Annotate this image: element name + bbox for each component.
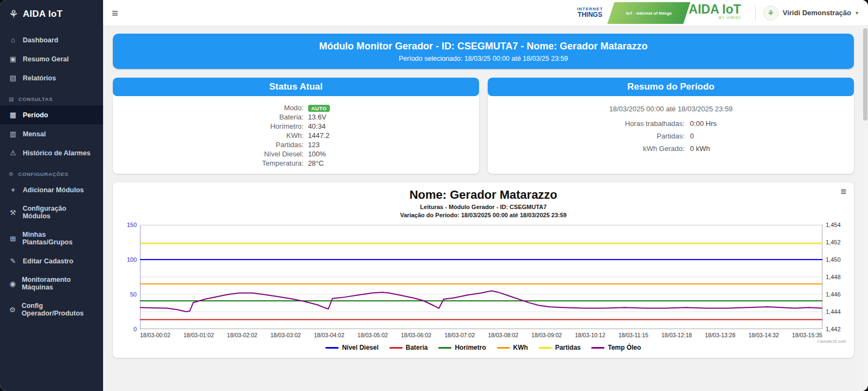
legend-swatch bbox=[326, 347, 339, 349]
status-label: Bateria: bbox=[262, 113, 304, 121]
x-tick: 18/03-00:02 bbox=[140, 332, 170, 338]
legend-swatch bbox=[539, 347, 552, 349]
operator-gear-icon: ⚙ bbox=[9, 306, 16, 314]
right-tick: 1,454 bbox=[826, 222, 841, 228]
x-tick: 18/03-09:02 bbox=[532, 332, 562, 338]
sidebar-item-periodo[interactable]: ▦ Período bbox=[0, 105, 103, 124]
legend-bateria[interactable]: Bateria bbox=[390, 344, 428, 351]
x-tick: 18/03-05:02 bbox=[358, 332, 388, 338]
status-label: Modo: bbox=[262, 104, 304, 112]
scrollbar-thumb[interactable] bbox=[863, 28, 867, 121]
gear-icon: ⚙ bbox=[9, 171, 14, 177]
period-range: 18/03/2025 00:00 até 18/03/2025 23:59 bbox=[488, 105, 854, 113]
chart-subtitle-2: Variação do Período: 18/03/2025 00:00 at… bbox=[122, 212, 845, 218]
sidebar-item-mensal[interactable]: ▥ Mensal bbox=[0, 124, 103, 143]
status-card-title: Status Atual bbox=[113, 78, 479, 96]
wordcloud-line2: THINGS bbox=[565, 11, 615, 18]
sidebar-item-config-operador-produtos[interactable]: ⚙ Config Operador/Produtos bbox=[0, 297, 103, 323]
left-tick: 50 bbox=[130, 291, 137, 298]
reports-icon: ▤ bbox=[9, 74, 17, 82]
x-tick: 18/03-13:28 bbox=[705, 332, 735, 338]
chart-svg bbox=[140, 225, 822, 329]
hamburger-menu-icon[interactable]: ≡ bbox=[112, 8, 118, 18]
sidebar-item-configuracao-modulos[interactable]: ⚒ Configuração Módulos bbox=[0, 199, 103, 225]
sidebar-section-label: CONSULTAS bbox=[18, 96, 53, 102]
summary-cards-row: Status Atual Modo: AUTO Bateria: 13.6V H… bbox=[113, 78, 854, 174]
chart-subtitle-1: Leituras - Módulo Gerador - ID: CSEGMUTA… bbox=[122, 204, 845, 210]
period-summary-card: Resumo do Período 18/03/2025 00:00 até 1… bbox=[488, 78, 854, 174]
sidebar-item-label: Resumo Geral bbox=[23, 55, 69, 63]
x-axis-labels: 18/03-00:02 18/03-01:02 18/03-02:02 18/0… bbox=[140, 332, 822, 338]
x-tick: 18/03-04:02 bbox=[314, 332, 344, 338]
x-tick: 18/03-06:02 bbox=[401, 332, 431, 338]
header-brand-title: AIDA IoT bbox=[689, 3, 741, 16]
x-tick: 18/03-15:35 bbox=[792, 332, 822, 338]
module-banner-subtitle: Período selecionado: 18/03/25 00:00 até … bbox=[118, 55, 848, 62]
sidebar-item-minhas-plantas-grupos[interactable]: ⊞ Minhas Plantas/Grupos bbox=[0, 225, 103, 251]
sidebar-item-adicionar-modulos[interactable]: + Adicionar Módulos bbox=[0, 180, 103, 199]
right-axis: 1,454 1,452 1,450 1,448 1,446 1,444 1,44… bbox=[822, 225, 845, 329]
legend-label: KWh bbox=[513, 344, 528, 351]
legend-temp-oleo[interactable]: Temp Óleo bbox=[591, 344, 641, 351]
sidebar-nav: ⌂ Dashboard ▣ Resumo Geral ▤ Relatórios … bbox=[0, 30, 103, 323]
chart-icon: ▨ bbox=[9, 96, 14, 102]
sidebar-item-monitoramento-maquinas[interactable]: ◉ Monitoramento Máquinas bbox=[0, 270, 103, 297]
status-value: 123 bbox=[308, 141, 330, 149]
summary-label: kWh Gerado: bbox=[625, 144, 685, 153]
right-tick: 1,450 bbox=[826, 256, 841, 263]
right-tick: 1,448 bbox=[826, 274, 841, 280]
x-tick: 18/03-14:32 bbox=[749, 332, 779, 338]
module-banner: Módulo Monitor Gerador - ID: CSEGMUTA7 -… bbox=[113, 34, 854, 69]
sidebar-item-historico-alarmes[interactable]: ⚠ Histórico de Alarmes bbox=[0, 143, 103, 162]
header-brand: AIDA IoT BY VIRIDI bbox=[682, 2, 748, 24]
status-mode-badge: AUTO bbox=[308, 104, 330, 112]
edit-icon: ✎ bbox=[9, 257, 17, 265]
left-tick: 0 bbox=[133, 326, 137, 332]
calendar-month-icon: ▥ bbox=[9, 130, 17, 138]
plant-logo-icon: ⚘ bbox=[9, 8, 18, 21]
x-tick: 18/03-03:02 bbox=[271, 332, 301, 338]
sidebar-item-relatorios[interactable]: ▤ Relatórios bbox=[0, 68, 103, 87]
header-brand-subtitle: BY VIRIDI bbox=[689, 16, 741, 20]
x-tick: 18/03-02:02 bbox=[227, 332, 257, 338]
user-menu[interactable]: ⚘ Viridi Demonstração ▾ bbox=[763, 5, 858, 21]
sidebar-item-dashboard[interactable]: ⌂ Dashboard bbox=[0, 30, 103, 49]
legend-swatch bbox=[497, 347, 510, 349]
right-tick: 1,442 bbox=[826, 326, 841, 332]
x-tick: 18/03-01:02 bbox=[183, 332, 214, 338]
content-scroll: Módulo Monitor Gerador - ID: CSEGMUTA7 -… bbox=[103, 26, 868, 391]
sidebar-item-label: Relatórios bbox=[23, 74, 56, 82]
summary-value: 0 kWh bbox=[690, 144, 717, 153]
canvasjs-watermark[interactable]: CanvasJS.com bbox=[817, 339, 846, 344]
chart-menu-icon[interactable]: ≡ bbox=[840, 187, 846, 197]
sidebar-section-consultas: ▨ CONSULTAS bbox=[0, 87, 103, 105]
sidebar-item-label: Histórico de Alarmes bbox=[23, 149, 91, 157]
chart-card: ≡ Nome: Gerador Matarazzo Leituras - Mód… bbox=[113, 182, 854, 358]
legend-horimetro[interactable]: Horímetro bbox=[438, 344, 486, 351]
status-value: 13.6V bbox=[308, 113, 330, 121]
summary-value: 0:00 Hrs bbox=[690, 119, 717, 128]
chart-plot[interactable] bbox=[140, 225, 822, 329]
status-value: 1447.2 bbox=[308, 131, 330, 140]
status-label: Horímetro: bbox=[262, 122, 304, 130]
legend-nivel-diesel[interactable]: Nível Diesel bbox=[326, 344, 378, 351]
overview-icon: ▣ bbox=[9, 55, 17, 63]
sidebar-item-editar-cadastro[interactable]: ✎ Editar Cadastro bbox=[0, 251, 103, 270]
sidebar-item-label: Monitoramento Máquinas bbox=[22, 276, 94, 291]
legend-kwh[interactable]: KWh bbox=[497, 344, 528, 351]
main-area: ≡ INTERNET THINGS IoT - internet of thin… bbox=[103, 0, 868, 391]
green-strip: IoT - internet of things bbox=[607, 2, 690, 24]
chart-legend: Nível Diesel Bateria Horímetro KWh Parti… bbox=[122, 344, 845, 354]
status-label: Nível Diesel: bbox=[262, 150, 304, 158]
legend-partidas[interactable]: Partidas bbox=[539, 344, 580, 351]
sidebar-item-resumo-geral[interactable]: ▣ Resumo Geral bbox=[0, 49, 103, 68]
legend-label: Nível Diesel bbox=[342, 344, 378, 351]
x-tick: 18/03-10:12 bbox=[575, 332, 605, 338]
header-divider bbox=[755, 5, 756, 21]
sidebar-item-label: Minhas Plantas/Grupos bbox=[22, 231, 94, 246]
sidebar-item-label: Config Operador/Produtos bbox=[22, 302, 94, 317]
vertical-scrollbar[interactable] bbox=[863, 28, 867, 387]
legend-label: Partidas bbox=[555, 344, 580, 351]
status-label: Temperatura: bbox=[262, 159, 304, 167]
grid-icon: ⊞ bbox=[9, 235, 17, 243]
